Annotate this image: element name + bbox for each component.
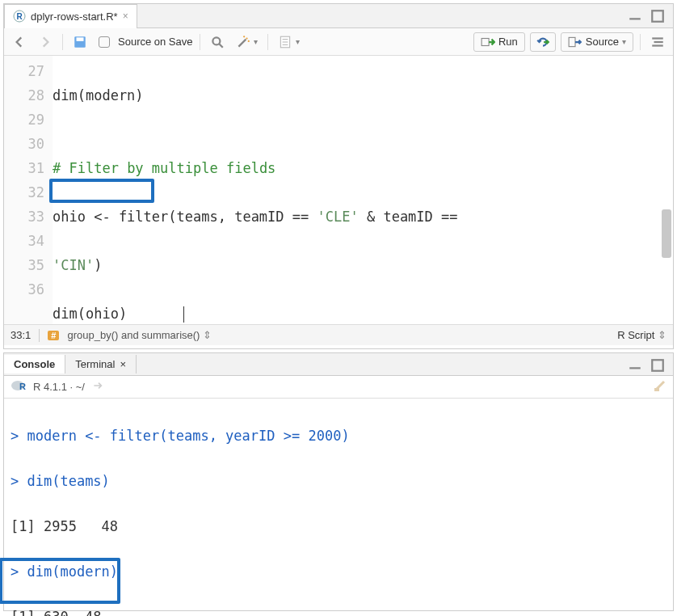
code-line: ohio <- filter(teams, teamID == 'CLE' & … xyxy=(53,205,673,229)
minimize-console-icon[interactable] xyxy=(624,357,645,374)
svg-rect-3 xyxy=(652,11,663,22)
wand-button[interactable]: ▾ xyxy=(233,33,261,51)
source-toolbar: Source on Save ▾ ▾ Run Source ▾ xyxy=(4,28,673,56)
source-button[interactable]: Source ▾ xyxy=(561,32,633,52)
language-mode[interactable]: R Script ⇕ xyxy=(617,329,666,341)
cursor-position: 33:1 xyxy=(11,329,31,341)
close-terminal-icon[interactable]: × xyxy=(120,358,126,370)
svg-rect-25 xyxy=(654,388,659,391)
svg-rect-5 xyxy=(77,37,84,41)
save-button[interactable] xyxy=(69,33,90,51)
clear-console-icon[interactable] xyxy=(654,379,666,394)
svg-point-6 xyxy=(212,37,220,44)
file-tab[interactable]: R dplyr-rows-start.R* × xyxy=(4,4,137,28)
outline-button[interactable] xyxy=(647,33,668,51)
run-label: Run xyxy=(498,36,518,48)
console-pane: Console Terminal× R R 4.1.1 · ~/ > moder… xyxy=(3,352,674,611)
maximize-pane-icon[interactable] xyxy=(647,7,668,25)
svg-rect-21 xyxy=(629,367,641,369)
svg-rect-2 xyxy=(629,18,641,19)
svg-point-9 xyxy=(246,37,247,39)
svg-rect-17 xyxy=(569,37,575,46)
tab-console[interactable]: Console xyxy=(4,355,65,373)
source-on-save-checkbox[interactable] xyxy=(95,35,113,49)
source-status-bar: 33:1 # group_by() and summarise() ⇕ R Sc… xyxy=(4,324,673,345)
svg-point-10 xyxy=(247,40,249,41)
svg-rect-16 xyxy=(481,38,489,45)
code-line: 'CIN') xyxy=(53,253,673,277)
svg-point-11 xyxy=(243,36,245,37)
code-line: # Filter by multiple fields xyxy=(53,156,673,180)
rerun-button[interactable] xyxy=(530,32,556,52)
r-logo-icon: R xyxy=(11,379,27,394)
forward-button[interactable] xyxy=(35,33,56,51)
section-indicator[interactable]: group_by() and summarise() ⇕ xyxy=(67,329,212,341)
section-badge-icon: # xyxy=(48,331,59,340)
r-file-icon: R xyxy=(13,10,26,23)
run-button[interactable]: Run xyxy=(473,32,525,52)
code-line: dim(ohio) xyxy=(53,302,673,324)
console-line: [1] 630 48 xyxy=(11,605,666,616)
notebook-button[interactable]: ▾ xyxy=(275,33,303,51)
popout-icon[interactable] xyxy=(91,378,106,395)
console-tabstrip: Console Terminal× xyxy=(4,353,673,376)
console-line: [1] 2955 48 xyxy=(11,515,666,538)
tab-terminal[interactable]: Terminal× xyxy=(65,355,137,373)
source-label: Source xyxy=(586,36,619,48)
text-caret xyxy=(183,306,184,323)
svg-text:R: R xyxy=(19,382,26,391)
code-editor[interactable]: 27 28 29 30 31 32 33▾ 34 35 36 dim(moder… xyxy=(4,56,673,324)
svg-line-7 xyxy=(219,44,223,48)
pane-window-controls xyxy=(624,7,668,25)
line-gutter: 27 28 29 30 31 32 33▾ 34 35 36 xyxy=(4,56,53,324)
scrollbar-thumb[interactable] xyxy=(662,209,671,258)
svg-text:R: R xyxy=(16,12,23,21)
code-line: dim(modern) xyxy=(53,83,673,108)
back-button[interactable] xyxy=(9,33,30,51)
find-button[interactable] xyxy=(207,33,228,51)
minimize-pane-icon[interactable] xyxy=(624,7,645,25)
svg-rect-22 xyxy=(652,360,663,371)
source-tabstrip: R dplyr-rows-start.R* × xyxy=(4,4,673,28)
maximize-console-icon[interactable] xyxy=(647,357,668,374)
console-line: > modern <- filter(teams, yearID >= 2000… xyxy=(11,424,666,447)
code-body[interactable]: dim(modern) # Filter by multiple fields … xyxy=(53,56,673,324)
source-pane: R dplyr-rows-start.R* × Source on Save ▾… xyxy=(3,3,674,349)
r-version-label: R 4.1.1 · ~/ xyxy=(33,381,85,393)
svg-line-8 xyxy=(238,39,246,46)
console-line: > dim(modern) xyxy=(11,560,666,583)
editor-highlight-box xyxy=(49,179,154,203)
source-on-save-label: Source on Save xyxy=(118,36,193,48)
close-tab-icon[interactable]: × xyxy=(123,11,128,22)
console-info-bar: R R 4.1.1 · ~/ xyxy=(4,376,673,399)
file-tab-label: dplyr-rows-start.R* xyxy=(31,11,118,23)
console-line: > dim(teams) xyxy=(11,470,666,492)
console-output[interactable]: > modern <- filter(teams, yearID >= 2000… xyxy=(4,399,673,616)
